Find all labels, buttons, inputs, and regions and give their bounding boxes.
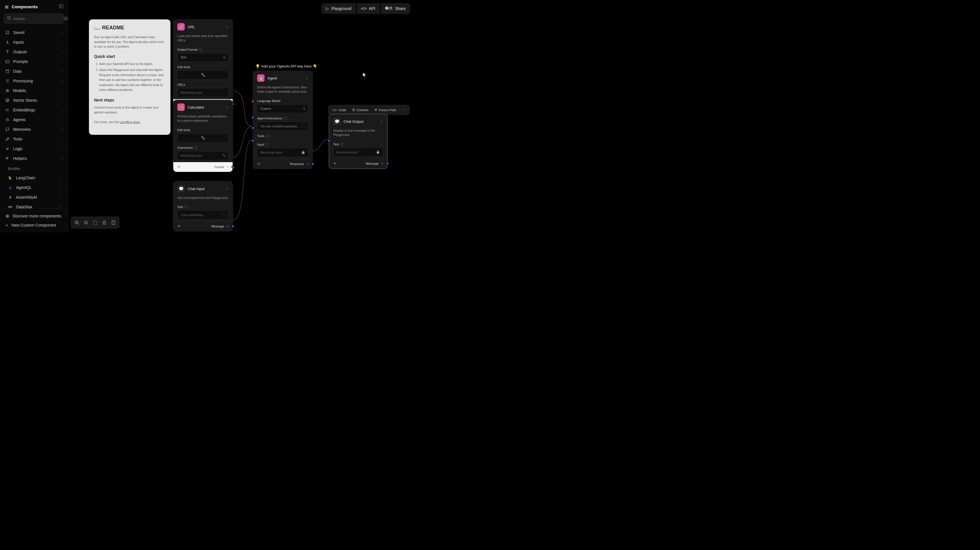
lang-model-select[interactable]: Custom⇅ bbox=[257, 104, 309, 113]
input-port[interactable] bbox=[251, 139, 254, 142]
sliders-icon: ⊟ bbox=[352, 108, 355, 112]
eye-icon[interactable]: 👁 bbox=[257, 162, 261, 166]
info-icon[interactable]: i bbox=[185, 205, 188, 208]
sidebar-item-processing[interactable]: Processing› bbox=[3, 76, 65, 86]
urls-input[interactable]: Receiving input bbox=[177, 88, 229, 97]
instructions-input[interactable]: You are a helpful assistant that ca⛶ bbox=[257, 122, 309, 131]
text-input[interactable]: Type something...⛶ bbox=[177, 210, 229, 219]
chat-output-node[interactable]: 💬Chat Output▷ Display a chat message in … bbox=[329, 114, 387, 169]
sidebar-item-logic[interactable]: Logic› bbox=[3, 144, 65, 154]
sidebar-item-helpers[interactable]: Helpers› bbox=[3, 154, 65, 163]
search-input-wrap[interactable]: / bbox=[4, 13, 64, 24]
text-input[interactable]: Receiving input🔒 bbox=[333, 148, 383, 157]
expression-input[interactable]: Receiving input✎ bbox=[177, 151, 229, 160]
chevron-right-icon: › bbox=[62, 50, 63, 54]
bundle-datastax[interactable]: DSDataStax› bbox=[6, 202, 62, 208]
api-button[interactable]: </>API bbox=[357, 3, 380, 14]
edit-tools-button[interactable]: 🔧 bbox=[177, 70, 229, 79]
run-button[interactable]: ▷ bbox=[226, 105, 229, 109]
sidebar-item-embeddings[interactable]: 01Embeddings› bbox=[3, 105, 65, 115]
output-format-select[interactable]: Text⇅ bbox=[177, 53, 229, 62]
tools-port[interactable] bbox=[251, 127, 254, 129]
hammer-icon: 🔧 bbox=[201, 73, 205, 77]
book-icon: 📖 bbox=[94, 24, 100, 31]
flow-canvas[interactable]: 📖README Run an Agent with URL and Calcul… bbox=[68, 0, 415, 232]
eye-icon[interactable]: 👁 bbox=[177, 224, 181, 228]
chat-input-node[interactable]: 💬Chat Input▷ Get chat inputs from the Pl… bbox=[173, 181, 233, 231]
output-port[interactable] bbox=[311, 162, 314, 165]
run-button[interactable]: ▷ bbox=[306, 76, 309, 80]
output-port[interactable] bbox=[231, 225, 234, 228]
notes-button[interactable] bbox=[109, 218, 118, 227]
sidebar-item-vector-stores[interactable]: Vector Stores› bbox=[3, 95, 65, 105]
collapse-sidebar-icon[interactable] bbox=[59, 4, 63, 10]
fit-view-button[interactable] bbox=[91, 218, 100, 227]
sidebar-item-outputs[interactable]: Outputs› bbox=[3, 47, 65, 57]
bundle-assemblyai[interactable]: ΛAssemblyAI› bbox=[6, 192, 62, 202]
chevron-right-icon: › bbox=[62, 40, 63, 44]
svg-point-2 bbox=[8, 16, 10, 19]
eye-icon[interactable]: 👁 bbox=[177, 165, 181, 169]
sidebar-item-prompts[interactable]: Prompts› bbox=[3, 57, 65, 67]
chat-output-footer: 👁Message≡ bbox=[329, 159, 387, 168]
edit-icon[interactable]: ✎ bbox=[223, 154, 226, 157]
sidebar-item-tools[interactable]: Tools› bbox=[3, 134, 65, 144]
step-2: Open the Playground and chat with the Ag… bbox=[99, 68, 165, 92]
langflow-docs-link[interactable]: Langflow docs bbox=[120, 120, 140, 124]
new-custom-component-button[interactable]: +New Custom Component bbox=[4, 221, 64, 230]
expand-icon[interactable]: ⛶ bbox=[222, 213, 226, 217]
run-button[interactable]: ▷ bbox=[380, 119, 383, 123]
bundle-langchain[interactable]: 🦜LangChain› bbox=[6, 173, 62, 183]
code-button[interactable]: </>Code bbox=[329, 106, 349, 113]
svg-line-3 bbox=[10, 19, 11, 20]
message-icon bbox=[5, 127, 10, 132]
share-button[interactable]: �共Share bbox=[381, 3, 410, 14]
sidebar-item-models[interactable]: Models› bbox=[3, 86, 65, 95]
sidebar-item-agents[interactable]: Agents› bbox=[3, 115, 65, 124]
svg-point-11 bbox=[8, 119, 8, 120]
controls-button[interactable]: ⊟Controls bbox=[350, 106, 371, 113]
svg-line-14 bbox=[78, 223, 79, 224]
readme-node[interactable]: 📖README Run an Agent with URL and Calcul… bbox=[89, 19, 170, 135]
sidebar-item-data[interactable]: Data› bbox=[3, 67, 65, 76]
info-icon[interactable]: i bbox=[266, 143, 269, 146]
svg-rect-6 bbox=[6, 89, 8, 92]
info-icon[interactable]: i bbox=[284, 116, 287, 120]
canvas-toolbar bbox=[71, 216, 119, 229]
calculator-node-footer: 👁Toolset≡ bbox=[173, 162, 232, 172]
lock-button[interactable] bbox=[100, 218, 109, 227]
lock-icon: 🔒 bbox=[301, 151, 305, 154]
run-button[interactable]: ▷ bbox=[226, 25, 229, 29]
run-button[interactable]: ▷ bbox=[226, 187, 229, 191]
agent-input[interactable]: Receiving input🔒 bbox=[257, 148, 309, 157]
text-port[interactable] bbox=[328, 139, 330, 142]
instructions-port[interactable] bbox=[251, 116, 254, 119]
output-port[interactable] bbox=[386, 162, 389, 165]
freeze-path-button[interactable]: ❄Freeze Path bbox=[372, 106, 399, 113]
expand-icon[interactable]: ⛶ bbox=[302, 124, 305, 128]
edit-tools-button[interactable]: 🔧 bbox=[177, 134, 229, 143]
info-icon[interactable]: i bbox=[266, 134, 269, 138]
zoom-out-button[interactable] bbox=[81, 218, 91, 227]
bundle-agentql[interactable]: ◇AgentQL› bbox=[6, 183, 62, 192]
agent-node[interactable]: 🤖Agent▷ Define the agent's instructions,… bbox=[253, 71, 313, 169]
more-button[interactable]: ⋯ bbox=[399, 106, 408, 113]
sidebar-item-memories[interactable]: Memories› bbox=[3, 124, 65, 134]
url-node[interactable]: 🔗URL▷ Load and retrive data from specifi… bbox=[173, 19, 233, 109]
discover-components-button[interactable]: ⊞Discover more components bbox=[4, 211, 64, 221]
bookmark-icon bbox=[5, 30, 10, 35]
output-port[interactable] bbox=[231, 165, 234, 168]
playground-button[interactable]: ▷Playground bbox=[321, 3, 356, 14]
lang-model-port[interactable] bbox=[251, 100, 254, 103]
eye-icon[interactable]: 👁 bbox=[333, 162, 337, 165]
chevron-right-icon: › bbox=[59, 205, 60, 208]
info-icon[interactable]: i bbox=[199, 48, 202, 51]
info-icon[interactable]: i bbox=[194, 146, 197, 149]
sidebar-item-inputs[interactable]: Inputs› bbox=[3, 37, 65, 47]
info-icon[interactable]: i bbox=[340, 143, 344, 146]
calculator-node[interactable]: 🧮Calculator▷ Perform basic arithmetic op… bbox=[173, 100, 233, 172]
zoom-in-button[interactable] bbox=[72, 218, 81, 227]
search-input[interactable] bbox=[13, 16, 61, 21]
text-label: Text bbox=[333, 143, 339, 146]
sidebar-item-saved[interactable]: Saved› bbox=[3, 28, 65, 37]
